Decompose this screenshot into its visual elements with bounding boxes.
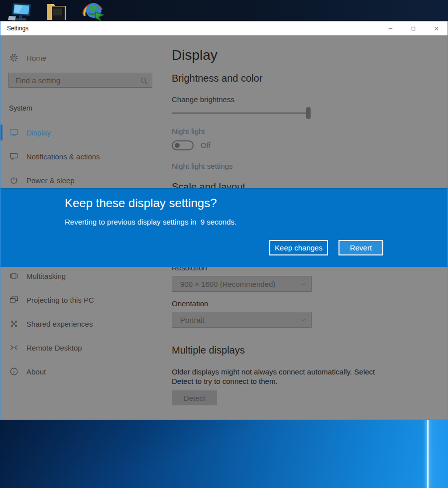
power-icon [9, 175, 19, 185]
sidebar-projecting-label: Projecting to this PC [26, 296, 94, 304]
info-icon [9, 366, 19, 376]
night-light-settings-link[interactable]: Night light settings [172, 162, 233, 170]
sidebar-item-multitasking[interactable]: Multitasking [0, 266, 66, 285]
sidebar-item-remote-desktop[interactable]: Remote Desktop [0, 338, 82, 357]
selected-accent-bar [0, 124, 2, 140]
night-light-state: Off [201, 141, 211, 149]
dialog-countdown-message: Reverting to previous display settings i… [65, 218, 236, 226]
wallpaper-beam-glow [429, 420, 448, 488]
sidebar-item-notifications[interactable]: Notifications & actions [0, 147, 100, 166]
chevron-down-icon [299, 281, 306, 288]
desktop-wallpaper [0, 420, 448, 488]
change-brightness-label: Change brightness [172, 95, 234, 104]
multiple-displays-description: Older displays might not always connect … [172, 367, 386, 386]
monitor-icon [9, 127, 19, 137]
sidebar-item-projecting[interactable]: Projecting to this PC [0, 290, 94, 309]
projecting-icon [9, 295, 19, 305]
sidebar-item-about[interactable]: About [0, 362, 46, 381]
idm-icon[interactable] [79, 2, 107, 23]
close-button[interactable] [425, 21, 448, 35]
sidebar-display-label: Display [26, 128, 51, 137]
multiple-displays-heading: Multiple displays [172, 345, 245, 356]
toggle-knob [175, 143, 180, 148]
brightness-slider-track[interactable] [172, 113, 310, 114]
revert-button[interactable]: Revert [338, 240, 383, 255]
gear-icon [9, 53, 19, 63]
brightness-heading: Brightness and color [172, 73, 262, 84]
sidebar-shared-label: Shared experiences [26, 320, 93, 328]
settings-content: Home System Display Notifications & acti… [0, 35, 448, 419]
multitasking-icon [9, 271, 19, 281]
detect-button[interactable]: Detect [172, 390, 217, 405]
sidebar-item-home[interactable]: Home [0, 48, 46, 67]
orientation-label: Orientation [172, 299, 208, 308]
sidebar-item-display[interactable]: Display [0, 123, 51, 142]
page-title: Display [172, 47, 218, 63]
dialog-title: Keep these display settings? [65, 196, 217, 210]
search-icon[interactable] [139, 76, 148, 85]
maximize-button[interactable] [402, 21, 425, 35]
close-icon [433, 25, 440, 32]
resolution-dropdown[interactable]: 900 × 1600 (Recommended) [172, 276, 312, 292]
brightness-slider-handle[interactable] [306, 107, 311, 119]
speech-bubble-icon [9, 151, 19, 161]
titlebar[interactable]: Settings [0, 21, 448, 35]
keep-display-settings-dialog: Keep these display settings? Reverting t… [0, 188, 448, 267]
minimize-button[interactable] [379, 21, 402, 35]
sidebar-remote-label: Remote Desktop [26, 344, 82, 352]
resolution-value: 900 × 1600 (Recommended) [180, 280, 275, 288]
sidebar-about-label: About [26, 367, 46, 376]
keep-changes-button[interactable]: Keep changes [269, 240, 328, 255]
settings-window: Settings Home System [0, 21, 448, 420]
shared-experiences-icon [9, 319, 19, 329]
sidebar-multitasking-label: Multitasking [26, 272, 66, 280]
remote-desktop-icon [9, 343, 19, 353]
window-title: Settings [7, 25, 28, 32]
sidebar-home-label: Home [26, 54, 46, 62]
night-light-label: Night light [172, 127, 205, 135]
window-controls [379, 21, 448, 35]
wallpaper-shade [0, 420, 448, 488]
maximize-icon [410, 25, 417, 32]
sidebar-section-system: System [9, 104, 32, 112]
wallpaper-light-beam [427, 420, 429, 488]
search-input[interactable] [9, 73, 152, 87]
sidebar-notifications-label: Notifications & actions [26, 152, 100, 161]
sidebar-power-label: Power & sleep [26, 176, 75, 185]
sidebar-item-shared-experiences[interactable]: Shared experiences [0, 314, 93, 333]
search-box[interactable] [8, 73, 152, 88]
night-light-toggle[interactable] [172, 140, 194, 150]
minimize-icon [387, 25, 394, 32]
this-pc-icon[interactable] [8, 2, 33, 23]
sidebar-item-power-sleep[interactable]: Power & sleep [0, 171, 75, 190]
desktop-background-top [0, 0, 448, 21]
orientation-value: Portrait [180, 316, 204, 324]
orientation-dropdown[interactable]: Portrait [172, 312, 312, 328]
folder-shortcut-icon[interactable] [44, 2, 69, 23]
chevron-down-icon [299, 317, 306, 324]
